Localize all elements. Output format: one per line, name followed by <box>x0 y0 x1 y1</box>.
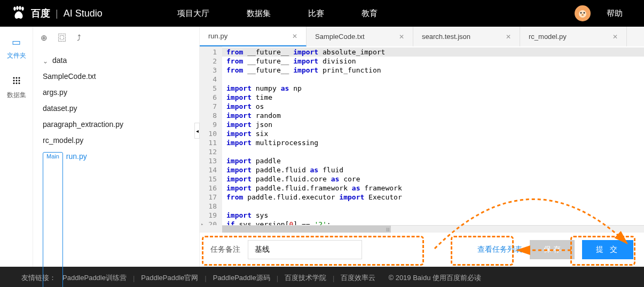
view-task-list-link[interactable]: 查看任务列表 <box>477 245 522 254</box>
svg-point-3 <box>584 12 585 14</box>
left-rail: ▭ 文件夹 数据集 <box>0 27 33 267</box>
task-bar: 任务备注 查看任务列表 保 存 提 交 <box>200 233 644 267</box>
save-button[interactable]: 保 存 <box>530 240 575 259</box>
editor-tab[interactable]: run.py✕ <box>200 27 307 46</box>
horizontal-scrollbar[interactable]: ||| <box>222 225 644 233</box>
folder-icon: ▭ <box>0 36 33 48</box>
close-icon[interactable]: ✕ <box>612 33 618 41</box>
folder-data[interactable]: data <box>41 52 192 68</box>
main-badge: Main <box>43 152 63 287</box>
logo-subtitle: AI Studio <box>64 8 103 19</box>
footer-link[interactable]: PaddlePaddle源码 <box>213 273 270 283</box>
file-toolbar: ⊕ ⿴ ⤴ <box>33 27 199 49</box>
new-file-icon[interactable]: ⊕ <box>41 33 48 43</box>
logo[interactable]: 百度 | AI Studio <box>0 5 113 21</box>
svg-point-12 <box>15 83 17 84</box>
svg-point-8 <box>13 80 14 82</box>
svg-point-2 <box>580 12 582 14</box>
dataset-tab[interactable]: 数据集 <box>0 76 33 100</box>
nav-competitions[interactable]: 比赛 <box>308 9 324 19</box>
task-note-input[interactable] <box>248 240 362 259</box>
svg-point-6 <box>15 77 17 79</box>
footer-link[interactable]: 百度技术学院 <box>285 273 326 283</box>
code-area[interactable]: 123456789101112131415161718192021222324 … <box>200 46 644 225</box>
code-editor: run.py✕SampleCode.txt✕search.test.json✕r… <box>200 27 644 267</box>
file-main[interactable]: Mainrun.py <box>41 148 192 287</box>
svg-point-7 <box>18 77 20 79</box>
new-folder-icon[interactable]: ⿴ <box>58 33 66 43</box>
svg-point-13 <box>18 83 20 84</box>
help-link[interactable]: 帮助 <box>607 9 623 19</box>
svg-point-10 <box>18 80 20 82</box>
code-content[interactable]: from __future__ import absolute_importfr… <box>222 46 644 225</box>
line-gutter: 123456789101112131415161718192021222324 <box>200 46 222 225</box>
file-tree: data SampleCode.txt args.py dataset.py p… <box>33 49 199 287</box>
editor-tab[interactable]: SampleCode.txt✕ <box>307 27 413 46</box>
svg-point-4 <box>582 14 584 16</box>
upload-icon[interactable]: ⤴ <box>77 33 81 43</box>
file-item[interactable]: rc_model.py <box>41 132 192 148</box>
editor-tab[interactable]: search.test.json✕ <box>413 27 520 46</box>
user-avatar[interactable] <box>575 5 591 21</box>
close-icon[interactable]: ✕ <box>506 33 511 41</box>
logo-text: 百度 <box>31 7 50 20</box>
baidu-paw-icon <box>11 5 27 21</box>
svg-point-11 <box>13 83 14 84</box>
footer-link[interactable]: 百度效率云 <box>341 273 375 283</box>
main-nav: 项目大厅 数据集 比赛 教育 <box>177 9 378 19</box>
submit-button[interactable]: 提 交 <box>582 240 633 259</box>
close-icon[interactable]: ✕ <box>399 33 404 41</box>
monkey-face-icon <box>576 7 589 20</box>
svg-point-1 <box>579 10 586 18</box>
file-item[interactable]: dataset.py <box>41 100 192 116</box>
svg-point-5 <box>13 77 14 79</box>
editor-tabs: run.py✕SampleCode.txt✕search.test.json✕r… <box>200 27 644 46</box>
dataset-icon <box>0 76 33 87</box>
collapse-handle[interactable]: ◂ <box>194 123 200 139</box>
nav-datasets[interactable]: 数据集 <box>247 9 271 19</box>
file-item[interactable]: SampleCode.txt <box>41 68 192 84</box>
file-explorer: ⊕ ⿴ ⤴ data SampleCode.txt args.py datase… <box>33 27 200 267</box>
task-note-label: 任务备注 <box>210 245 240 254</box>
nav-projects[interactable]: 项目大厅 <box>177 9 209 19</box>
files-tab[interactable]: ▭ 文件夹 <box>0 36 33 60</box>
svg-point-9 <box>15 80 17 82</box>
top-nav-bar: 百度 | AI Studio 项目大厅 数据集 比赛 教育 帮助 <box>0 0 644 27</box>
file-item[interactable]: paragraph_extraction.py <box>41 116 192 132</box>
copyright: © 2019 Baidu 使用百度前必读 <box>388 273 481 283</box>
editor-tab[interactable]: rc_model.py✕ <box>520 27 627 46</box>
scrollbar-thumb[interactable] <box>222 226 391 233</box>
close-icon[interactable]: ✕ <box>292 33 297 40</box>
file-item[interactable]: args.py <box>41 84 192 100</box>
nav-education[interactable]: 教育 <box>362 9 378 19</box>
